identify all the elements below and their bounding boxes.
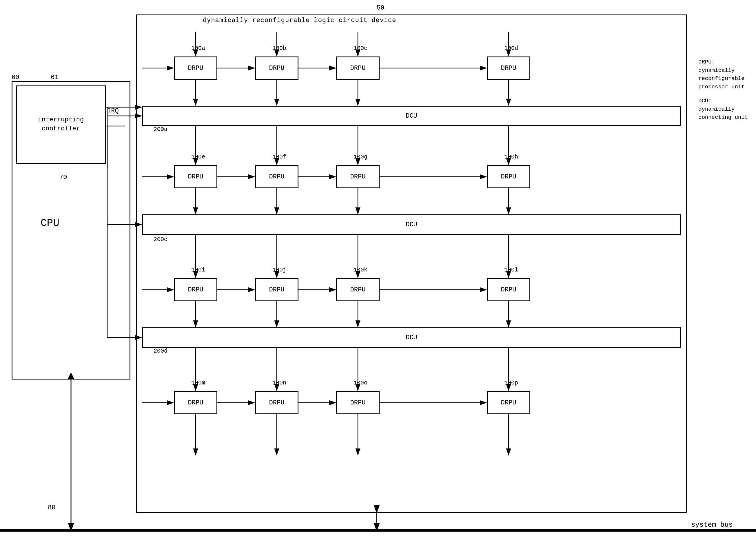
device-box [136,14,687,513]
drpu-legend: DRPU: dynamically reconfigurable process… [698,58,750,91]
drpu-100b: DRPU [255,56,298,80]
ref-100i: 100i [191,267,205,273]
ref-100k: 100k [354,267,367,273]
drpu-100l: DRPU [487,278,530,301]
drpu-100p: DRPU [487,391,530,414]
drpu-100o: DRPU [336,391,380,414]
ref-100d: 100d [504,45,518,52]
ref-100c: 100c [354,45,367,52]
legend: DRPU: dynamically reconfigurable process… [698,58,750,127]
ref-100f: 100f [272,154,286,160]
diagram: CPU 60 61 interruptingcontroller IRQ 70 … [0,0,756,549]
drpu-legend-title: DRPU: dynamically [698,59,735,74]
ref-100h: 100h [504,154,518,160]
ref-200a: 200a [154,126,167,133]
dcu-bar-3: DCU [142,327,681,348]
drpu-100d: DRPU [487,56,530,80]
ref-100p: 100p [504,380,518,386]
ref-100e: 100e [191,154,205,160]
irq-label: IRQ [107,107,119,114]
dcu-bar-1: DCU [142,106,681,126]
ref-100o: 100o [354,380,367,386]
ref-200c: 200c [154,236,167,243]
dcu-bar-2: DCU [142,214,681,235]
drpu-100k: DRPU [336,278,380,301]
ref-50: 50 [377,4,384,12]
ref-100g: 100g [354,154,367,160]
drpu-100n: DRPU [255,391,298,414]
ref-100j: 100j [272,267,286,273]
ref-100a: 100a [191,45,205,52]
ref-70: 70 [59,174,67,181]
drpu-100j: DRPU [255,278,298,301]
dcu-legend-desc1: connecting unit [698,114,748,121]
ref-60: 60 [12,74,19,81]
ref-100l: 100l [504,267,518,273]
ref-100m: 100m [191,380,205,386]
drpu-100h: DRPU [487,165,530,188]
drpu-100i: DRPU [174,278,217,301]
ref-100b: 100b [272,45,286,52]
dcu-legend: DCU: dynamically connecting unit [698,97,750,122]
drpu-100e: DRPU [174,165,217,188]
device-label: dynamically reconfigurable logic circuit… [203,17,396,24]
ref-100n: 100n [272,380,286,386]
drpu-100m: DRPU [174,391,217,414]
drpu-100a: DRPU [174,56,217,80]
system-bus-line [0,529,756,532]
drpu-legend-desc2: processor unit [698,84,745,90]
drpu-100g: DRPU [336,165,380,188]
ref-200d: 200d [154,348,167,354]
int-ctrl-label: interruptingcontroller [38,116,84,134]
ref-61: 61 [51,74,58,81]
drpu-legend-desc1: reconfigurable [698,75,745,82]
drpu-100f: DRPU [255,165,298,188]
ref-80: 80 [48,504,55,511]
drpu-100c: DRPU [336,56,380,80]
int-ctrl-box: interruptingcontroller [16,85,106,164]
cpu-label: CPU [41,217,59,229]
dcu-legend-title: DCU: dynamically [698,98,735,112]
system-bus-label: system bus [691,521,733,529]
